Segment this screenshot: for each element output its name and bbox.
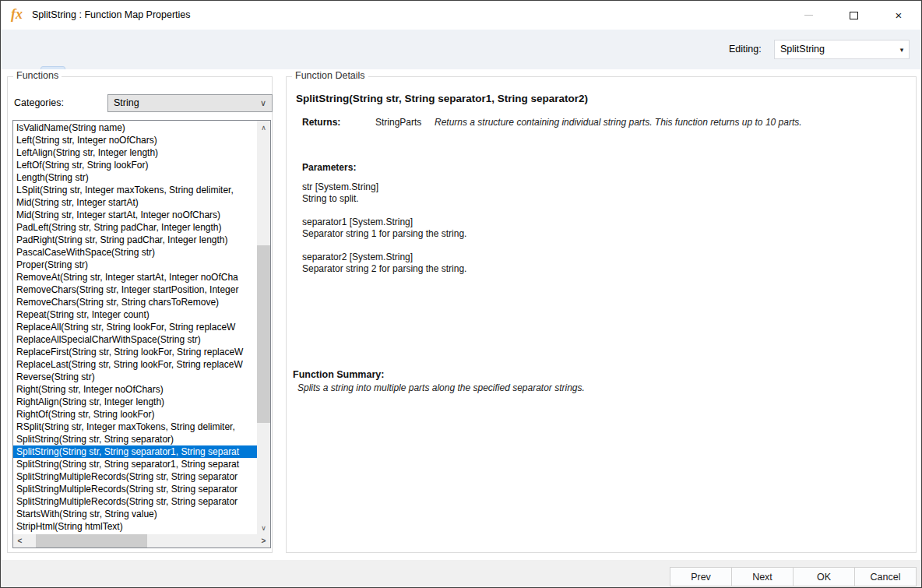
- parameters-label: Parameters:: [302, 162, 356, 173]
- returns-description: Returns a structure containing individua…: [435, 117, 902, 128]
- editing-combobox-dropdown-icon[interactable]: ▾: [895, 40, 909, 58]
- footer-buttons: PrevNextOKCancel: [670, 567, 917, 586]
- returns-label: Returns:: [302, 117, 340, 128]
- function-list-item[interactable]: SplitString(String str, String separator…: [16, 433, 257, 445]
- content-area: Functions Categories: String ∨ IsValidNa…: [1, 69, 921, 560]
- categories-label: Categories:: [14, 97, 64, 108]
- scroll-left-icon[interactable]: <: [13, 534, 26, 548]
- function-list-item[interactable]: RemoveAt(String str, Integer startAt, In…: [16, 271, 257, 283]
- function-list-item[interactable]: RemoveChars(String str, String charsToRe…: [16, 296, 257, 308]
- function-list-item[interactable]: Mid(String str, Integer startAt): [16, 196, 257, 209]
- vertical-scroll-thumb[interactable]: [257, 245, 270, 423]
- horizontal-scrollbar[interactable]: < >: [13, 534, 270, 548]
- function-list-item[interactable]: Left(String str, Integer noOfChars): [16, 134, 257, 146]
- footer-bar: PrevNextOKCancel: [1, 560, 921, 588]
- window-title: SplitString : Function Map Properties: [32, 1, 191, 30]
- next-button[interactable]: Next: [731, 567, 794, 586]
- function-details-groupbox-title: Function Details: [292, 70, 368, 81]
- window-controls: ×: [786, 1, 921, 30]
- function-summary-label: Function Summary:: [293, 369, 384, 380]
- parameter-name: str [System.String]: [302, 181, 466, 193]
- ok-button[interactable]: OK: [793, 567, 855, 586]
- prev-button[interactable]: Prev: [670, 567, 732, 586]
- scroll-up-icon[interactable]: ∧: [257, 121, 270, 134]
- fx-app-icon: fx: [11, 6, 23, 23]
- cancel-button[interactable]: Cancel: [854, 567, 917, 586]
- title-bar: fx SplitString : Function Map Properties…: [1, 1, 921, 30]
- function-list-item[interactable]: Proper(String str): [16, 259, 257, 271]
- function-list-item[interactable]: PadLeft(String str, String padChar, Inte…: [16, 221, 257, 234]
- function-list-item[interactable]: LeftAlign(String str, Integer length): [16, 146, 257, 159]
- function-list: IsValidName(String name)Left(String str,…: [13, 121, 257, 534]
- maximize-button[interactable]: [831, 1, 876, 30]
- function-list-item[interactable]: ReplaceAll(String str, String lookFor, S…: [16, 321, 257, 333]
- function-list-item[interactable]: PadRight(String str, String padChar, Int…: [16, 234, 257, 246]
- parameter-description: Separator string 1 for parsing the strin…: [302, 228, 466, 240]
- function-list-item[interactable]: RemoveChars(String str, Integer startPos…: [16, 283, 257, 296]
- function-list-item[interactable]: ReplaceFirst(String str, String lookFor,…: [16, 346, 257, 358]
- function-list-item[interactable]: IsValidName(String name): [16, 121, 257, 134]
- minimize-icon: [804, 15, 813, 16]
- function-list-item[interactable]: StartsWith(String str, String value): [16, 508, 257, 520]
- minimize-button[interactable]: [786, 1, 831, 30]
- function-list-item[interactable]: RSplit(String str, Integer maxTokens, St…: [16, 421, 257, 433]
- function-list-item[interactable]: PascalCaseWithSpace(String str): [16, 246, 257, 259]
- function-list-item[interactable]: SplitString(String str, String separator…: [16, 458, 257, 470]
- function-list-item[interactable]: Reverse(String str): [16, 371, 257, 383]
- toolbar: ← → ▾ Editing: SplitString ▾: [1, 30, 921, 69]
- parameters-list: str [System.String]String to split.separ…: [302, 181, 466, 287]
- dialog-window: fx SplitString : Function Map Properties…: [0, 0, 922, 588]
- horizontal-scroll-thumb[interactable]: [36, 534, 147, 548]
- function-signature: SplitString(String str, String separator…: [296, 93, 588, 104]
- function-list-item[interactable]: RightAlign(String str, Integer length): [16, 396, 257, 408]
- function-list-item[interactable]: LeftOf(String str, String lookFor): [16, 159, 257, 171]
- function-list-item[interactable]: Right(String str, Integer noOfChars): [16, 383, 257, 396]
- function-list-item[interactable]: SplitStringMultipleRecords(String str, S…: [16, 483, 257, 495]
- function-listbox: IsValidName(String name)Left(String str,…: [12, 120, 271, 548]
- scroll-down-icon[interactable]: ∨: [257, 521, 270, 534]
- categories-combobox[interactable]: String ∨: [107, 94, 273, 112]
- parameter-description: String to split.: [302, 193, 466, 205]
- categories-combobox-chevron-icon[interactable]: ∨: [258, 95, 269, 111]
- function-list-item[interactable]: RightOf(String str, String lookFor): [16, 408, 257, 421]
- function-list-item[interactable]: LSplit(String str, Integer maxTokens, St…: [16, 184, 257, 196]
- function-list-item[interactable]: ReplaceLast(String str, String lookFor, …: [16, 358, 257, 371]
- parameter-description: Separator string 2 for parsing the strin…: [302, 263, 466, 275]
- editing-combobox-value: SplitString: [780, 40, 825, 58]
- function-list-item[interactable]: SplitString(String str, String separator…: [13, 445, 257, 458]
- parameter-block: separator1 [System.String]Separator stri…: [302, 217, 466, 240]
- function-details-groupbox: Function Details SplitString(String str,…: [286, 76, 917, 553]
- parameter-name: separator2 [System.String]: [302, 252, 466, 263]
- returns-type: StringParts: [375, 117, 421, 128]
- function-list-item[interactable]: SplitStringMultipleRecords(String str, S…: [16, 495, 257, 508]
- function-list-item[interactable]: SplitStringMultipleRecords(String str, S…: [16, 470, 257, 483]
- function-list-item[interactable]: StripHtml(String htmlText): [16, 520, 257, 533]
- parameter-block: str [System.String]String to split.: [302, 181, 466, 205]
- function-list-item[interactable]: ReplaceAllSpecialCharWithSpace(String st…: [16, 333, 257, 346]
- functions-groupbox-title: Functions: [13, 70, 62, 81]
- close-button[interactable]: ×: [876, 1, 921, 30]
- categories-combobox-value: String: [114, 95, 139, 111]
- function-list-item[interactable]: Mid(String str, Integer startAt, Integer…: [16, 209, 257, 221]
- functions-groupbox: Functions Categories: String ∨ IsValidNa…: [7, 76, 273, 553]
- parameter-name: separator1 [System.String]: [302, 217, 466, 228]
- scroll-right-icon[interactable]: >: [257, 534, 270, 548]
- editing-combobox[interactable]: SplitString ▾: [774, 40, 910, 59]
- vertical-scrollbar[interactable]: ∧ ∨: [257, 121, 270, 534]
- function-list-item[interactable]: Length(String str): [16, 171, 257, 184]
- parameter-block: separator2 [System.String]Separator stri…: [302, 252, 466, 275]
- function-list-item[interactable]: Repeat(String str, Integer count): [16, 308, 257, 321]
- function-summary-text: Splits a string into multiple parts alon…: [297, 382, 585, 393]
- close-icon: ×: [896, 9, 903, 21]
- maximize-icon: [850, 12, 858, 19]
- editing-label: Editing:: [729, 30, 762, 69]
